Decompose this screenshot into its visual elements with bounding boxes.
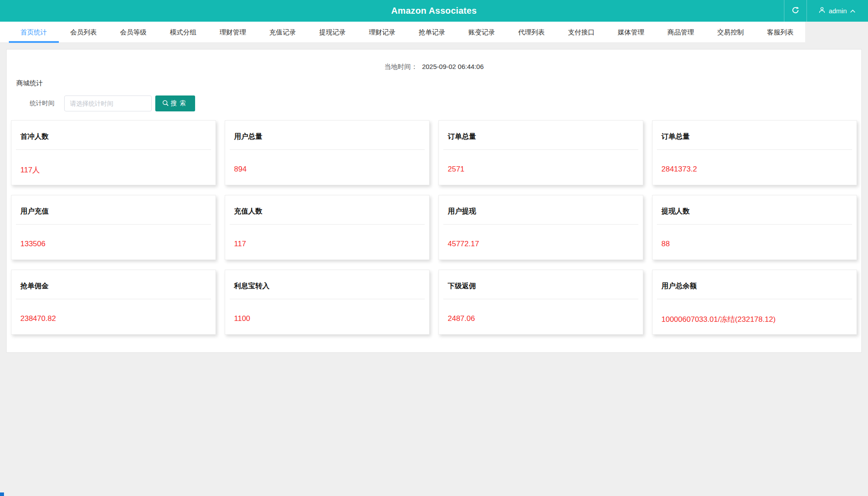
tab-payment-interface[interactable]: 支付接口 [557,22,607,42]
tab-service-list[interactable]: 客服列表 [756,22,806,42]
user-name: admin [829,7,847,15]
corner-artifact [0,492,4,496]
stat-card-total-order-amount: 订单总量 2841373.2 [652,120,857,185]
header-controls: admin [784,0,868,22]
stat-card-value: 1100 [225,299,429,323]
tab-mode-group[interactable]: 模式分组 [158,22,208,42]
stat-card-withdraw-users: 提现人数 88 [652,195,857,260]
tab-member-list[interactable]: 会员列表 [59,22,109,42]
local-time: 当地时间： 2025-09-02 06:44:06 [11,63,857,71]
stat-card-value: 894 [225,150,429,174]
tab-product-manage[interactable]: 商品管理 [656,22,706,42]
tab-media-manage[interactable]: 媒体管理 [606,22,656,42]
search-icon [162,99,169,108]
tab-order-grab-records[interactable]: 抢单记录 [407,22,457,42]
stat-card-value: 45772.17 [439,225,643,248]
stat-card-value: 2841373.2 [653,150,856,174]
stat-card-title: 首冲人数 [12,121,215,141]
stat-card-value: 88 [653,225,856,248]
stat-card-title: 订单总量 [653,121,856,141]
tab-finance-records[interactable]: 理财记录 [357,22,407,42]
stat-card-recharge-users: 充值人数 117 [225,195,430,260]
stat-card-total-orders: 订单总量 2571 [438,120,643,185]
tab-recharge-records[interactable]: 充值记录 [258,22,308,42]
main-nav: 首页统计 会员列表 会员等级 模式分组 理财管理 充值记录 提现记录 理财记录 … [0,22,805,43]
refresh-button[interactable] [784,0,807,22]
stat-card-value: 133506 [12,225,215,248]
user-menu[interactable]: admin [807,0,868,22]
search-button[interactable]: 搜索 [155,95,195,111]
stat-card-title: 提现人数 [653,195,856,216]
stat-card-title: 用户总量 [225,121,429,141]
stat-card-subordinate-rebate: 下级返佣 2487.06 [438,270,643,335]
stat-card-value: 10000607033.01/冻结(232178.12) [653,299,856,324]
stat-card-title: 充值人数 [225,195,429,216]
stat-card-value: 117人 [12,150,215,175]
tab-trade-control[interactable]: 交易控制 [706,22,756,42]
stat-card-value: 2571 [439,150,643,174]
stat-card-user-recharge: 用户充值 133506 [11,195,216,260]
refresh-icon [791,6,799,16]
section-title: 商城统计 [16,79,857,88]
local-time-label: 当地时间： [384,63,418,70]
stat-time-label: 统计时间 [30,99,54,107]
stat-card-value: 117 [225,225,429,248]
local-time-value: 2025-09-02 06:44:06 [422,63,484,70]
chevron-up-icon [850,7,856,15]
stat-card-value: 2487.06 [439,299,643,323]
stat-card-title: 下级返佣 [439,270,643,291]
tab-home-stats[interactable]: 首页统计 [9,22,59,42]
app-header: Amazon Associates admin [0,0,868,22]
stat-card-title: 抢单佣金 [12,270,215,291]
stats-panel: 当地时间： 2025-09-02 06:44:06 商城统计 统计时间 搜索 首… [6,49,862,353]
stat-card-title: 利息宝转入 [225,270,429,291]
stat-card-total-balance: 用户总余额 10000607033.01/冻结(232178.12) [652,270,857,335]
person-icon [818,7,826,15]
tab-member-level[interactable]: 会员等级 [108,22,158,42]
stat-card-first-recharge-users: 首冲人数 117人 [11,120,216,185]
tab-balance-change-records[interactable]: 账变记录 [457,22,507,42]
stat-card-title: 用户充值 [12,195,215,216]
stat-card-title: 用户提现 [439,195,643,216]
app-title: Amazon Associates [0,0,868,22]
filter-row: 统计时间 搜索 [16,95,857,111]
tab-withdraw-records[interactable]: 提现记录 [307,22,357,42]
stat-card-title: 用户总余额 [653,270,856,291]
stat-time-input[interactable] [64,95,152,111]
search-button-label: 搜索 [171,99,188,107]
stats-grid: 首冲人数 117人 用户总量 894 订单总量 2571 订单总量 284137… [11,120,857,335]
stat-card-interest-transfer-in: 利息宝转入 1100 [225,270,430,335]
stat-card-total-users: 用户总量 894 [225,120,430,185]
stat-card-grab-commission: 抢单佣金 238470.82 [11,270,216,335]
stat-card-value: 238470.82 [12,299,215,323]
tab-agent-list[interactable]: 代理列表 [507,22,557,42]
stat-card-title: 订单总量 [439,121,643,141]
stat-card-user-withdraw: 用户提现 45772.17 [438,195,643,260]
tab-finance-manage[interactable]: 理财管理 [208,22,258,42]
